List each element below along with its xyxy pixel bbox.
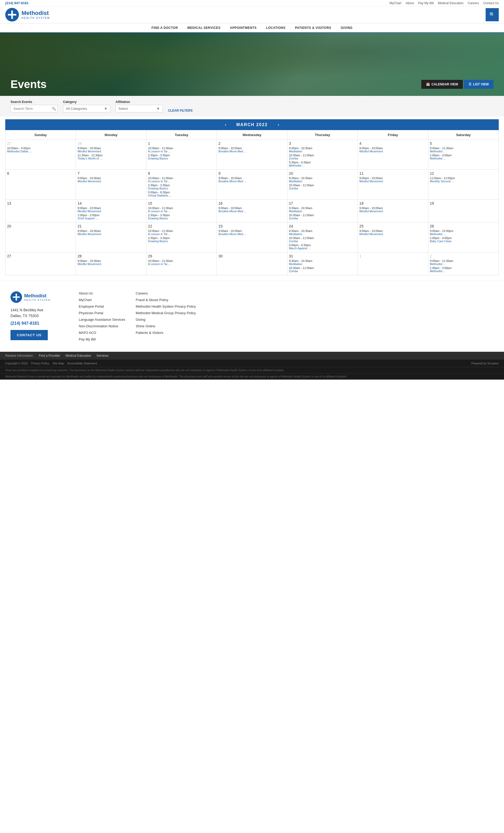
event-link[interactable]: Breathe-Move-Med ... bbox=[219, 180, 285, 183]
topbar-phone[interactable]: (214) 947-8181 bbox=[5, 1, 29, 5]
topbar-pay[interactable]: Pay My Bill bbox=[418, 1, 434, 5]
logo[interactable]: Methodist HEALTH SYSTEM bbox=[5, 8, 50, 22]
prev-month-button[interactable]: ‹ bbox=[223, 122, 228, 127]
event-link[interactable]: Methodist ... bbox=[430, 157, 497, 160]
event-link[interactable]: March Against ... bbox=[289, 247, 356, 250]
event-time: 9:00am - 11:30am bbox=[430, 259, 497, 262]
topbar-contact[interactable]: Contact Us bbox=[483, 1, 499, 5]
event-link[interactable]: Baby Care Class bbox=[430, 240, 497, 243]
next-month-button[interactable]: › bbox=[276, 122, 281, 127]
related-services[interactable]: Services bbox=[97, 354, 109, 358]
calendar-day: 219:00am - 10:00amMindful Movement bbox=[76, 222, 146, 253]
nav-find-doctor[interactable]: FIND A DOCTOR bbox=[147, 23, 183, 32]
footer-shine[interactable]: Shine Online bbox=[136, 324, 196, 328]
search-input[interactable] bbox=[14, 106, 50, 111]
event-link[interactable]: Breathe-Move-Med ... bbox=[219, 150, 285, 153]
clear-filters-link[interactable]: CLEAR FILTERS bbox=[168, 109, 193, 113]
event-link[interactable]: Methodist ... bbox=[430, 269, 497, 273]
event-link[interactable]: Breathe-Move-Med ... bbox=[219, 210, 285, 213]
event-link[interactable]: Methodist ... bbox=[430, 262, 497, 266]
footer-careers[interactable]: Careers bbox=[136, 291, 196, 295]
footer-fraud[interactable]: Fraud & Abuse Policy bbox=[136, 298, 196, 302]
site-map-link[interactable]: Site Map bbox=[52, 362, 64, 365]
related-find-provider[interactable]: Find a Provider bbox=[39, 354, 60, 358]
event-link[interactable]: A Lesson in Tai ... bbox=[148, 180, 215, 183]
related-label: Related Information: bbox=[5, 354, 33, 358]
footer-employee-portal[interactable]: Employee Portal bbox=[79, 305, 125, 308]
event-link[interactable]: Meditation bbox=[289, 150, 356, 153]
event-link[interactable]: A Lesson in Tai ... bbox=[148, 233, 215, 236]
event-link[interactable]: Meditation bbox=[289, 262, 356, 266]
event-link[interactable]: Meditation bbox=[289, 210, 356, 213]
event-link[interactable]: Today's World of ... bbox=[77, 157, 144, 160]
event-time: 10:00am - 11:00am bbox=[148, 207, 215, 210]
nav-patients-visitors[interactable]: PATIENTS & VISITORS bbox=[290, 23, 336, 32]
event-link[interactable]: Drawing Basics bbox=[148, 157, 215, 160]
footer-mmg-privacy[interactable]: Methodist Medical Group Privacy Policy bbox=[136, 311, 196, 315]
event-link[interactable]: Methodist ... bbox=[430, 150, 497, 153]
footer-mychart[interactable]: MyChart bbox=[79, 298, 125, 302]
calendar-view-button[interactable]: 📅 CALENDAR VIEW bbox=[421, 80, 463, 89]
event-link[interactable]: Mindful Movement bbox=[77, 150, 144, 153]
event-link[interactable]: Mindful Movement bbox=[77, 210, 144, 213]
topbar-careers[interactable]: Careers bbox=[468, 1, 479, 5]
nav-giving[interactable]: GIVING bbox=[336, 23, 357, 32]
footer-physician-portal[interactable]: Physician Portal bbox=[79, 311, 125, 315]
search-button[interactable]: 🔍 bbox=[486, 8, 499, 21]
event-link[interactable]: Zumba bbox=[289, 269, 356, 273]
event-link[interactable]: Virtual Diabetes ... bbox=[148, 194, 215, 197]
event-item: 9:30am - 10:30amMeditation bbox=[289, 259, 356, 266]
event-link[interactable]: Mindful Movement bbox=[77, 180, 144, 183]
hero-banner: Events 📅 CALENDAR VIEW ☰ LIST VIEW bbox=[0, 33, 504, 96]
event-link[interactable]: Meditation bbox=[289, 233, 356, 236]
event-link[interactable]: Mindful Movement bbox=[77, 262, 144, 266]
list-view-button[interactable]: ☰ LIST VIEW bbox=[464, 80, 494, 89]
event-link[interactable]: A Lesson in Tai ... bbox=[148, 150, 215, 153]
event-link[interactable]: Grief Support ... bbox=[77, 217, 144, 220]
event-link[interactable]: Zumba bbox=[289, 240, 356, 243]
event-link[interactable]: A Lesson in Tai ... bbox=[148, 210, 215, 213]
nav-locations[interactable]: LOCATIONS bbox=[261, 23, 290, 32]
footer-mhs-privacy[interactable]: Methodist Health System Privacy Policy bbox=[136, 305, 196, 308]
affiliation-select[interactable]: Select ▼ bbox=[116, 105, 163, 113]
accessibility-link[interactable]: Accessibility Statement bbox=[67, 362, 97, 365]
footer-phone[interactable]: (214) 947-8181 bbox=[10, 321, 68, 326]
day-number: 28 bbox=[77, 254, 144, 258]
event-link[interactable]: Mindful Movement bbox=[77, 233, 144, 236]
event-link[interactable]: Drawing Basics bbox=[148, 217, 215, 220]
related-medical-education[interactable]: Medical Education bbox=[65, 354, 91, 358]
event-link[interactable]: Mindful Movement bbox=[359, 180, 426, 183]
privacy-policy-link[interactable]: Privacy Policy bbox=[31, 362, 49, 365]
footer-language[interactable]: Language Assistance Services bbox=[79, 317, 125, 322]
contact-us-button[interactable]: CONTACT US bbox=[10, 330, 48, 340]
event-link[interactable]: Methodist ... bbox=[430, 233, 497, 236]
event-link[interactable]: Mindful Movement bbox=[359, 233, 426, 236]
nav-medical-services[interactable]: MEDICAL SERVICES bbox=[183, 23, 225, 32]
event-link[interactable]: Drawing Basics bbox=[148, 240, 215, 243]
event-link[interactable]: Drawing Basics bbox=[148, 187, 215, 190]
footer-pay-bill[interactable]: Pay My Bill bbox=[79, 337, 125, 341]
calendar-day: 59:00am - 11:30amMethodist ...1:00pm - 3… bbox=[428, 140, 499, 170]
topbar-about[interactable]: About bbox=[406, 1, 414, 5]
event-link[interactable]: Zumba bbox=[289, 157, 356, 160]
footer-patients-visitors[interactable]: Patients & Visitors bbox=[136, 331, 196, 335]
event-link[interactable]: A Lesson in Tai ... bbox=[148, 262, 215, 266]
footer-giving[interactable]: Giving bbox=[136, 317, 196, 322]
footer-about[interactable]: About Us bbox=[79, 291, 125, 295]
event-time: 10:30am - 11:00am bbox=[289, 236, 356, 240]
event-link[interactable]: Methodist ... bbox=[289, 164, 356, 167]
topbar-mychart[interactable]: MyChart bbox=[389, 1, 401, 5]
event-link[interactable]: Breathe-Move-Med ... bbox=[219, 233, 285, 236]
event-link[interactable]: Zumba bbox=[289, 217, 356, 220]
event-link[interactable]: Mindful Movement bbox=[359, 210, 426, 213]
event-link[interactable]: Methodist Dallas ... bbox=[7, 150, 74, 153]
footer-map2aco[interactable]: MAP2 ACO bbox=[79, 331, 125, 335]
event-link[interactable]: Zumba bbox=[289, 187, 356, 190]
event-link[interactable]: Monthly Second ... bbox=[430, 180, 497, 183]
event-link[interactable]: Meditation bbox=[289, 180, 356, 183]
nav-appointments[interactable]: APPOINTMENTS bbox=[225, 23, 261, 32]
topbar-medical-education[interactable]: Medical Education bbox=[438, 1, 463, 5]
category-select[interactable]: All Categories ▼ bbox=[63, 105, 110, 113]
footer-non-discrimination[interactable]: Non-Discrimination Notice bbox=[79, 324, 125, 328]
event-link[interactable]: Mindful Movement bbox=[359, 150, 426, 153]
